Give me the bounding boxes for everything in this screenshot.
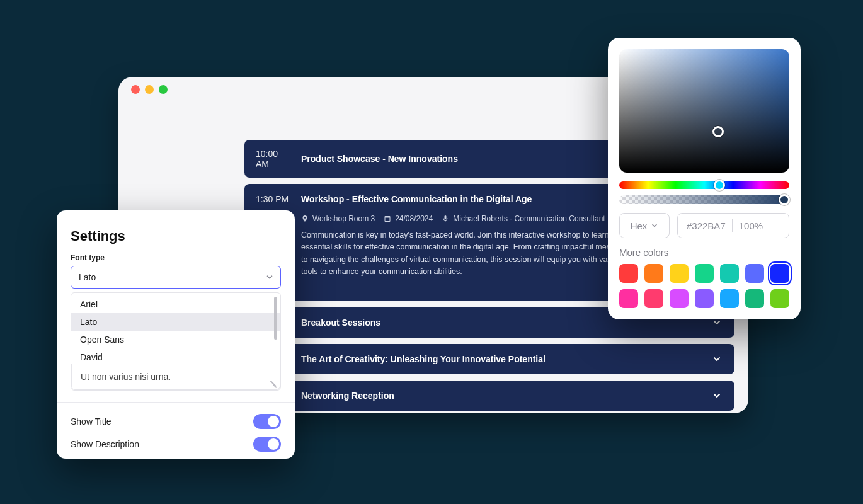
scrollbar[interactable] <box>274 297 277 340</box>
color-swatch[interactable] <box>770 289 789 308</box>
agenda-item-title: Networking Reception <box>301 391 700 401</box>
color-swatch[interactable] <box>619 289 638 308</box>
chevron-down-icon[interactable] <box>711 353 723 365</box>
font-type-value: Lato <box>79 272 96 282</box>
alpha-slider[interactable] <box>619 195 789 204</box>
color-swatch[interactable] <box>619 264 638 283</box>
font-option[interactable]: Lato <box>71 313 280 331</box>
window-minimize-button[interactable] <box>145 85 154 94</box>
font-type-label: Font type <box>71 253 281 262</box>
alpha-thumb[interactable] <box>779 194 790 205</box>
hue-slider[interactable] <box>619 181 789 189</box>
divider <box>57 402 295 403</box>
hue-thumb[interactable] <box>714 180 725 191</box>
mic-icon: Michael Roberts - Communication Consulta… <box>442 214 605 223</box>
color-swatch[interactable] <box>745 289 764 308</box>
color-swatch[interactable] <box>644 264 663 283</box>
settings-panel: Settings Font type Lato Ariel Lato Open … <box>57 210 295 459</box>
color-hex-value: #322BA7 <box>687 220 726 231</box>
font-option[interactable]: Ariel <box>71 295 280 313</box>
agenda-item[interactable]: Networking Reception <box>244 381 734 411</box>
font-type-dropdown: Ariel Lato Open Sans David Ut non varius… <box>71 292 281 391</box>
resize-handle-icon[interactable] <box>271 381 277 387</box>
color-swatch[interactable] <box>720 264 739 283</box>
font-type-select[interactable]: Lato <box>71 266 281 289</box>
color-hex-input[interactable]: #322BA7 100% <box>677 213 789 238</box>
sample-textarea[interactable]: Ut non varius nisi urna. <box>71 364 280 390</box>
more-colors-label: More colors <box>619 247 789 258</box>
agenda-item-time: 10:00 AM <box>256 149 291 169</box>
chevron-down-icon <box>265 273 274 282</box>
color-swatch[interactable] <box>745 264 764 283</box>
chevron-down-icon[interactable] <box>711 389 723 402</box>
color-swatch[interactable] <box>695 264 714 283</box>
agenda-item[interactable]: The Art of Creativity: Unleashing Your I… <box>244 344 734 374</box>
color-swatch[interactable] <box>670 289 689 308</box>
color-picker-panel: Hex #322BA7 100% More colors <box>608 38 801 319</box>
color-swatch[interactable] <box>670 264 689 283</box>
calendar-icon: 24/08/2024 <box>384 214 433 223</box>
location-icon: Workshop Room 3 <box>301 214 375 223</box>
divider <box>732 219 733 232</box>
font-option[interactable]: David <box>71 348 280 364</box>
agenda-item-description: Communication is key in today's fast-pac… <box>244 228 648 282</box>
show-title-toggle[interactable] <box>253 414 281 429</box>
color-gradient-area[interactable] <box>619 49 789 173</box>
show-title-label: Show Title <box>71 416 111 427</box>
color-cursor[interactable] <box>712 126 724 137</box>
show-description-toggle[interactable] <box>253 437 281 452</box>
color-alpha-value: 100% <box>739 220 763 231</box>
settings-title: Settings <box>71 228 281 244</box>
color-swatch[interactable] <box>770 264 789 283</box>
color-swatches <box>619 264 789 308</box>
show-description-label: Show Description <box>71 439 139 449</box>
agenda-item-time: 1:30 PM <box>256 194 291 204</box>
window-zoom-button[interactable] <box>159 85 168 94</box>
agenda-item-title: The Art of Creativity: Unleashing Your I… <box>301 354 700 364</box>
chevron-down-icon <box>651 222 658 229</box>
font-option[interactable]: Open Sans <box>71 331 280 348</box>
color-swatch[interactable] <box>695 289 714 308</box>
color-format-select[interactable]: Hex <box>619 213 670 238</box>
color-swatch[interactable] <box>720 289 739 308</box>
window-close-button[interactable] <box>131 85 140 94</box>
color-swatch[interactable] <box>644 289 663 308</box>
